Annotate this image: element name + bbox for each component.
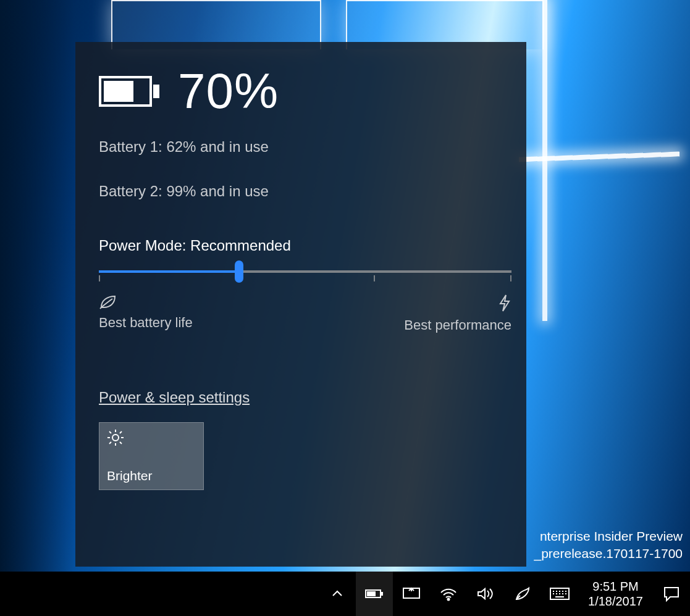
brightness-icon	[107, 429, 196, 446]
slider-left-label: Best battery life	[99, 315, 193, 330]
power-sleep-settings-link[interactable]: Power & sleep settings	[99, 389, 250, 406]
tray-battery-icon[interactable]	[356, 572, 393, 616]
battery-2-status: Battery 2: 99% and in use	[99, 183, 510, 200]
svg-rect-10	[381, 592, 383, 596]
battery-flyout: 70% Battery 1: 62% and in use Battery 2:…	[75, 42, 526, 567]
tray-overflow-button[interactable]	[319, 572, 356, 616]
lightning-icon	[498, 294, 511, 312]
svg-line-6	[120, 442, 122, 444]
power-mode-slider[interactable]	[99, 270, 511, 283]
power-mode-label: Power Mode: Recommended	[99, 237, 510, 254]
svg-line-7	[120, 431, 122, 433]
slider-right-label: Best performance	[404, 317, 511, 333]
svg-point-0	[112, 435, 119, 441]
watermark-line: nterprise Insider Preview	[534, 528, 683, 544]
tray-action-center-icon[interactable]	[653, 572, 690, 616]
brightness-tile[interactable]: Brighter	[99, 422, 204, 490]
brightness-tile-label: Brighter	[107, 468, 196, 483]
clock-date: 1/18/2017	[588, 594, 643, 609]
svg-rect-11	[367, 591, 376, 596]
tray-volume-icon[interactable]	[467, 572, 504, 616]
svg-line-5	[109, 431, 111, 433]
leaf-icon	[99, 294, 193, 310]
svg-line-8	[109, 442, 111, 444]
battery-large-icon	[99, 76, 158, 107]
windows-watermark: nterprise Insider Preview _prerelease.17…	[534, 528, 683, 562]
clock-time: 9:51 PM	[588, 579, 643, 594]
tray-keyboard-icon[interactable]	[541, 572, 578, 616]
battery-percentage: 70%	[178, 63, 279, 120]
tray-project-icon[interactable]	[393, 572, 430, 616]
tray-clock[interactable]: 9:51 PM 1/18/2017	[578, 579, 653, 609]
battery-1-status: Battery 1: 62% and in use	[99, 138, 510, 156]
taskbar: 9:51 PM 1/18/2017	[0, 572, 690, 616]
tray-wifi-icon[interactable]	[430, 572, 467, 616]
slider-thumb[interactable]	[235, 260, 243, 283]
watermark-line: _prerelease.170117-1700	[534, 545, 683, 562]
tray-pen-icon[interactable]	[504, 572, 541, 616]
svg-point-13	[448, 599, 450, 601]
